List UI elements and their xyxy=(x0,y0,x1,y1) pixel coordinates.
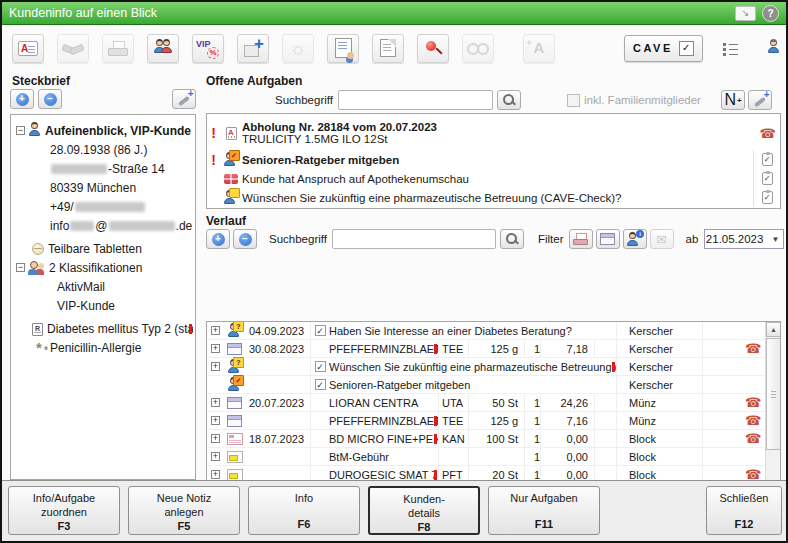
cell-article: PFEFFERMINZBLAETTE xyxy=(329,412,439,429)
tree-item[interactable]: Teilbare Tabletten xyxy=(13,239,193,258)
row-expander[interactable]: + xyxy=(211,398,220,407)
tree-item[interactable]: info@.de xyxy=(13,216,193,235)
task-item[interactable]: Abholung Nr. 28184 vom 20.07.2023TRULICI… xyxy=(207,116,780,150)
aufgaben-search-button[interactable] xyxy=(497,90,521,110)
persq-icon xyxy=(227,359,244,374)
rezept-hinzufuegen-icon[interactable] xyxy=(237,34,269,63)
footer-button-label: Nur Aufgaben xyxy=(510,491,577,505)
scroll-up-button[interactable]: ▲ xyxy=(766,322,781,337)
footer-bar: Info/Aufgabe zuordnenF3Neue Notiz anlege… xyxy=(2,480,786,541)
verlauf-row[interactable]: +30.08.2023PFEFFERMINZBLAETTETEE125 g17,… xyxy=(207,340,765,358)
aufgaben-search-input[interactable] xyxy=(338,90,493,110)
cell-price: 0,00 xyxy=(541,430,595,447)
tree-expander[interactable]: − xyxy=(16,263,25,272)
task-title: Abholung Nr. 28184 vom 20.07.2023 xyxy=(242,121,754,133)
notiz-kopie-icon[interactable] xyxy=(372,34,404,63)
task-text: Abholung Nr. 28184 vom 20.07.2023TRULICI… xyxy=(242,121,754,145)
scroll-thumb[interactable] xyxy=(766,338,781,450)
row-expander[interactable]: + xyxy=(211,416,220,425)
tree-item[interactable]: 80339 München xyxy=(13,178,193,197)
row-expander[interactable]: + xyxy=(211,344,220,353)
pinnwand-icon[interactable] xyxy=(417,34,449,63)
phone-button[interactable] xyxy=(745,342,760,356)
filter-verkaeufe-button[interactable] xyxy=(569,229,593,249)
task-item[interactable]: Kunde hat Anspruch auf Apothekenumschau xyxy=(207,169,780,188)
cell-article: LIORAN CENTRA xyxy=(329,394,439,411)
verlauf-row[interactable]: +20.07.2023LIORAN CENTRAUTA50 St124,26Mü… xyxy=(207,394,765,412)
done-checkbox[interactable]: ✓ xyxy=(315,361,326,372)
row-expander[interactable]: + xyxy=(211,470,220,479)
kundenkarte-icon[interactable]: A xyxy=(12,34,44,63)
verlauf-expand-all-button[interactable]: + xyxy=(206,229,230,249)
kundenkontakt-icon[interactable] xyxy=(759,35,788,62)
info-aufgabe-zuordnen-button[interactable]: Info/Aufgabe zuordnenF3 xyxy=(8,486,120,535)
tree-item-label: AktivMail xyxy=(57,280,105,294)
verlauf-row[interactable]: +18.07.2023BD MICRO FINE+PENOKAN100 St10… xyxy=(207,430,765,448)
window-restore-icon[interactable]: ↘ xyxy=(735,6,756,21)
family-checkbox[interactable] xyxy=(567,94,580,107)
row-expander[interactable]: + xyxy=(211,452,220,461)
filter-fenster-button[interactable] xyxy=(596,229,620,249)
phone-button[interactable] xyxy=(745,396,760,410)
tree-expand-all-button[interactable]: + xyxy=(10,89,34,109)
familie-icon[interactable] xyxy=(147,34,179,63)
filter-kundeninfo-button[interactable] xyxy=(623,229,647,249)
done-checkbox[interactable]: ✓ xyxy=(315,379,326,390)
tree-item[interactable]: 28.09.1938 (86 J.) xyxy=(13,140,193,159)
phone-button[interactable] xyxy=(745,414,760,428)
neue-notiz-anlegen-button[interactable]: Neue Notiz anlegenF5 xyxy=(128,486,240,535)
nur-aufgaben-button[interactable]: Nur AufgabenF11 xyxy=(488,486,600,535)
new-task-button[interactable]: N+ xyxy=(721,90,745,110)
date-from-select[interactable]: 21.05.2023 ▼ xyxy=(704,229,784,249)
tree-item[interactable]: −2 Klassifikationen xyxy=(13,258,193,277)
row-expander[interactable]: + xyxy=(211,434,220,443)
task-item[interactable]: Wünschen Sie zukünftig eine pharmazeutis… xyxy=(207,188,780,207)
tree-item[interactable]: +49/ xyxy=(13,197,193,216)
tree-item[interactable]: VIP-Kunde xyxy=(13,296,193,315)
verlauf-search-input[interactable] xyxy=(332,229,496,249)
task-item[interactable]: Senioren-Ratgeber mitgeben xyxy=(207,150,780,169)
verlauf-row[interactable]: +BtM-Gebühr10,00Block xyxy=(207,448,765,466)
verlauf-row[interactable]: ✓Senioren-Ratgeber mitgebenKerscher xyxy=(207,376,765,394)
verlauf-search-button[interactable] xyxy=(500,229,524,249)
cell-quantity: 125 g xyxy=(469,340,525,357)
plus-circle-icon: + xyxy=(16,93,29,106)
tree-item[interactable]: Diabetes mellitus Typ 2 (stabi xyxy=(13,319,193,338)
cave-check-button[interactable]: CAVE✓ xyxy=(624,35,703,62)
cell-date: 20.07.2023 xyxy=(249,394,311,411)
phone-icon xyxy=(745,414,760,427)
verlauf-collapse-all-button[interactable]: − xyxy=(233,229,257,249)
aufgaben-settings-button[interactable] xyxy=(748,90,772,110)
vip-rabatt-icon[interactable]: VIP xyxy=(192,34,224,63)
phone-button[interactable] xyxy=(745,432,760,446)
steckbrief-settings-button[interactable] xyxy=(172,89,196,109)
done-checkbox[interactable]: ✓ xyxy=(315,325,326,336)
urgent-icon xyxy=(210,126,218,140)
tree-expander[interactable]: − xyxy=(16,126,25,135)
kundendokument-icon[interactable] xyxy=(327,34,359,63)
info-button[interactable]: InfoF6 xyxy=(248,486,360,535)
people-icon xyxy=(28,261,45,275)
task-subtitle: TRULICITY 1.5MG ILO 12St xyxy=(242,133,754,145)
kundendetails-button[interactable]: Kunden- detailsF8 xyxy=(368,486,480,535)
verlauf-row[interactable]: +04.09.2023✓Haben Sie Interesse an einer… xyxy=(207,322,765,340)
help-button[interactable]: ? xyxy=(762,5,779,22)
tree-collapse-all-button[interactable]: − xyxy=(38,89,62,109)
footer-button-key: F11 xyxy=(535,518,553,530)
row-expander[interactable]: + xyxy=(211,326,220,335)
cell-article: PFEFFERMINZBLAETTE xyxy=(329,340,439,357)
verlauf-row[interactable]: +PFEFFERMINZBLAETTETEE125 g17,16Münz xyxy=(207,412,765,430)
verlauf-row[interactable]: +✓Wünschen Sie zukünftig eine pharmazeut… xyxy=(207,358,765,376)
tree-item[interactable]: −Aufeinenblick, VIP-Kunde xyxy=(13,121,193,140)
tree-item[interactable]: AktivMail xyxy=(13,277,193,296)
aufgabenliste-icon[interactable] xyxy=(716,35,746,62)
win-icon xyxy=(227,343,242,355)
toolbar: AVIP☼ACAVE✓ xyxy=(2,25,786,71)
person-glyph xyxy=(227,377,240,391)
tree-item[interactable]: -Straße 14 xyxy=(13,159,193,178)
schliessen-button[interactable]: SchließenF12 xyxy=(706,486,782,535)
tree-item[interactable]: Penicillin-Allergie xyxy=(13,338,193,357)
cell-person: Block xyxy=(617,448,703,465)
row-expander[interactable]: + xyxy=(211,362,220,371)
wrench-icon xyxy=(177,92,192,107)
